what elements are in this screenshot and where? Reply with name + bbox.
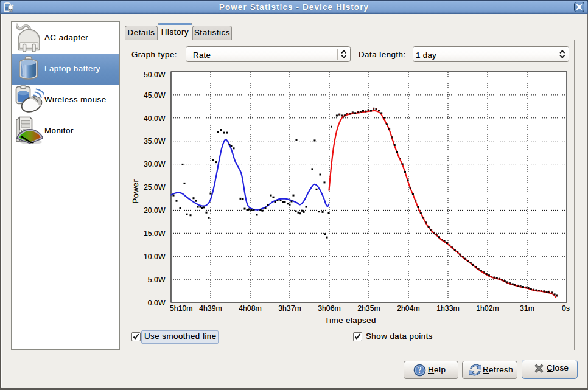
svg-text:35.0W: 35.0W xyxy=(144,137,166,145)
svg-text:40.0W: 40.0W xyxy=(144,114,166,123)
svg-text:45.0W: 45.0W xyxy=(144,91,166,100)
svg-text:?: ? xyxy=(418,366,422,375)
svg-text:4h08m: 4h08m xyxy=(239,304,262,313)
svg-text:Power: Power xyxy=(131,179,140,203)
svg-text:25.0W: 25.0W xyxy=(144,183,166,192)
svg-text:10.0W: 10.0W xyxy=(144,252,166,261)
svg-text:15.0W: 15.0W xyxy=(144,229,166,238)
svg-text:30.0W: 30.0W xyxy=(144,160,166,169)
svg-text:1h02m: 1h02m xyxy=(476,304,499,313)
svg-text:5h10m: 5h10m xyxy=(170,304,193,313)
svg-text:0.0W: 0.0W xyxy=(148,299,166,307)
svg-text:5.0W: 5.0W xyxy=(148,276,166,284)
svg-text:20.0W: 20.0W xyxy=(144,206,166,215)
svg-text:2h35m: 2h35m xyxy=(357,304,380,313)
svg-text:Time elapsed: Time elapsed xyxy=(324,316,376,325)
svg-text:1h33m: 1h33m xyxy=(436,304,460,313)
svg-text:4h39m: 4h39m xyxy=(199,304,222,313)
svg-text:50.0W: 50.0W xyxy=(144,71,166,79)
svg-text:3h06m: 3h06m xyxy=(318,304,341,313)
svg-text:2h04m: 2h04m xyxy=(397,304,420,313)
svg-text:3h37m: 3h37m xyxy=(278,304,301,313)
svg-text:31m: 31m xyxy=(520,304,534,313)
svg-text:0s: 0s xyxy=(562,304,570,313)
